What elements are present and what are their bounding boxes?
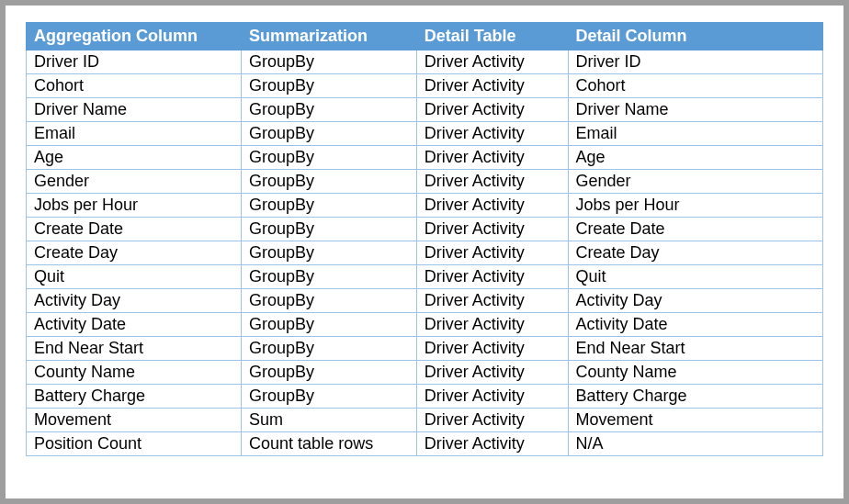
cell-aggregation-column: Age (27, 146, 242, 170)
cell-detail-column: Activity Date (568, 313, 822, 337)
table-row: County NameGroupByDriver ActivityCounty … (27, 361, 823, 385)
page-container: Aggregation Column Summarization Detail … (6, 6, 843, 498)
cell-summarization: GroupBy (242, 241, 417, 265)
cell-summarization: GroupBy (242, 313, 417, 337)
cell-summarization: GroupBy (242, 98, 417, 122)
cell-detail-column: Battery Charge (568, 385, 822, 409)
cell-summarization: GroupBy (242, 337, 417, 361)
cell-summarization: GroupBy (242, 74, 417, 98)
cell-summarization: Count table rows (242, 432, 417, 456)
table-row: Battery ChargeGroupByDriver ActivityBatt… (27, 385, 823, 409)
cell-aggregation-column: Cohort (27, 74, 242, 98)
cell-aggregation-column: Battery Charge (27, 385, 242, 409)
cell-detail-table: Driver Activity (416, 385, 568, 409)
table-row: Jobs per HourGroupByDriver ActivityJobs … (27, 194, 823, 218)
cell-summarization: GroupBy (242, 265, 417, 289)
cell-detail-column: Age (568, 146, 822, 170)
cell-aggregation-column: Email (27, 122, 242, 146)
cell-detail-column: Driver Name (568, 98, 822, 122)
cell-detail-table: Driver Activity (416, 432, 568, 456)
header-detail-table: Detail Table (416, 23, 568, 50)
cell-aggregation-column: Activity Date (27, 313, 242, 337)
cell-detail-column: Create Date (568, 218, 822, 241)
cell-summarization: GroupBy (242, 218, 417, 241)
table-row: CohortGroupByDriver ActivityCohort (27, 74, 823, 98)
cell-detail-table: Driver Activity (416, 170, 568, 194)
cell-detail-column: End Near Start (568, 337, 822, 361)
cell-detail-column: Cohort (568, 74, 822, 98)
table-header-row: Aggregation Column Summarization Detail … (27, 23, 823, 50)
table-row: GenderGroupByDriver ActivityGender (27, 170, 823, 194)
header-detail-column: Detail Column (568, 23, 822, 50)
header-summarization: Summarization (242, 23, 417, 50)
cell-aggregation-column: Driver Name (27, 98, 242, 122)
table-row: Driver NameGroupByDriver ActivityDriver … (27, 98, 823, 122)
cell-detail-table: Driver Activity (416, 289, 568, 313)
table-row: Create DayGroupByDriver ActivityCreate D… (27, 241, 823, 265)
cell-summarization: GroupBy (242, 122, 417, 146)
cell-aggregation-column: Create Day (27, 241, 242, 265)
table-body: Driver IDGroupByDriver ActivityDriver ID… (27, 50, 823, 456)
cell-detail-column: Gender (568, 170, 822, 194)
cell-detail-table: Driver Activity (416, 98, 568, 122)
cell-detail-table: Driver Activity (416, 265, 568, 289)
cell-detail-table: Driver Activity (416, 313, 568, 337)
cell-detail-table: Driver Activity (416, 50, 568, 74)
cell-detail-column: Create Day (568, 241, 822, 265)
cell-detail-column: Quit (568, 265, 822, 289)
table-row: Activity DayGroupByDriver ActivityActivi… (27, 289, 823, 313)
cell-summarization: GroupBy (242, 361, 417, 385)
cell-detail-table: Driver Activity (416, 409, 568, 432)
cell-summarization: GroupBy (242, 289, 417, 313)
cell-detail-table: Driver Activity (416, 241, 568, 265)
cell-detail-table: Driver Activity (416, 74, 568, 98)
cell-detail-column: N/A (568, 432, 822, 456)
cell-aggregation-column: Quit (27, 265, 242, 289)
table-row: Position CountCount table rowsDriver Act… (27, 432, 823, 456)
table-row: EmailGroupByDriver ActivityEmail (27, 122, 823, 146)
cell-detail-column: County Name (568, 361, 822, 385)
cell-aggregation-column: Create Date (27, 218, 242, 241)
cell-aggregation-column: End Near Start (27, 337, 242, 361)
cell-summarization: GroupBy (242, 170, 417, 194)
table-row: AgeGroupByDriver ActivityAge (27, 146, 823, 170)
cell-summarization: Sum (242, 409, 417, 432)
cell-summarization: GroupBy (242, 385, 417, 409)
cell-summarization: GroupBy (242, 194, 417, 218)
aggregation-mapping-table: Aggregation Column Summarization Detail … (26, 22, 823, 456)
cell-aggregation-column: Driver ID (27, 50, 242, 74)
cell-detail-column: Jobs per Hour (568, 194, 822, 218)
cell-detail-table: Driver Activity (416, 337, 568, 361)
cell-aggregation-column: Activity Day (27, 289, 242, 313)
table-row: Activity DateGroupByDriver ActivityActiv… (27, 313, 823, 337)
cell-aggregation-column: Movement (27, 409, 242, 432)
cell-aggregation-column: Gender (27, 170, 242, 194)
header-aggregation-column: Aggregation Column (27, 23, 242, 50)
table-row: End Near StartGroupByDriver ActivityEnd … (27, 337, 823, 361)
cell-summarization: GroupBy (242, 50, 417, 74)
cell-detail-column: Activity Day (568, 289, 822, 313)
cell-detail-table: Driver Activity (416, 122, 568, 146)
table-row: MovementSumDriver ActivityMovement (27, 409, 823, 432)
cell-detail-table: Driver Activity (416, 146, 568, 170)
cell-detail-table: Driver Activity (416, 361, 568, 385)
table-row: Driver IDGroupByDriver ActivityDriver ID (27, 50, 823, 74)
cell-aggregation-column: Jobs per Hour (27, 194, 242, 218)
cell-aggregation-column: Position Count (27, 432, 242, 456)
cell-detail-column: Movement (568, 409, 822, 432)
table-row: QuitGroupByDriver ActivityQuit (27, 265, 823, 289)
cell-detail-table: Driver Activity (416, 194, 568, 218)
cell-aggregation-column: County Name (27, 361, 242, 385)
cell-detail-column: Email (568, 122, 822, 146)
cell-detail-table: Driver Activity (416, 218, 568, 241)
table-row: Create DateGroupByDriver ActivityCreate … (27, 218, 823, 241)
cell-summarization: GroupBy (242, 146, 417, 170)
cell-detail-column: Driver ID (568, 50, 822, 74)
